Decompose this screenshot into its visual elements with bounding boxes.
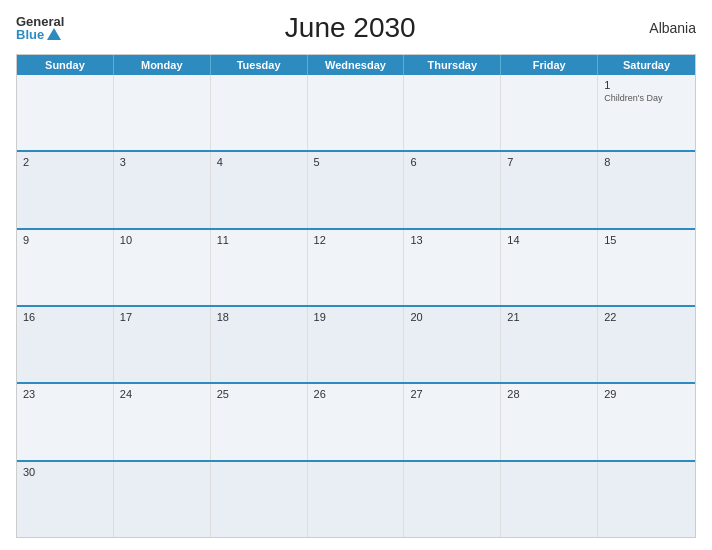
day-cell-w5-d1 (114, 462, 211, 537)
day-cell-w2-d0: 9 (17, 230, 114, 305)
day-number-21: 21 (507, 311, 591, 323)
day-cell-w5-d2 (211, 462, 308, 537)
day-number-24: 24 (120, 388, 204, 400)
week-row-2: 2345678 (17, 150, 695, 227)
day-cell-w1-d0: 2 (17, 152, 114, 227)
day-cell-w1-d3: 5 (308, 152, 405, 227)
day-number-26: 26 (314, 388, 398, 400)
calendar-title: June 2030 (64, 12, 636, 44)
day-number-13: 13 (410, 234, 494, 246)
day-cell-w0-d4 (404, 75, 501, 150)
header-wednesday: Wednesday (308, 55, 405, 75)
page: General Blue June 2030 Albania Sunday Mo… (0, 0, 712, 550)
day-number-11: 11 (217, 234, 301, 246)
day-cell-w4-d6: 29 (598, 384, 695, 459)
calendar-body: 1Children's Day2345678910111213141516171… (17, 75, 695, 537)
day-cell-w2-d5: 14 (501, 230, 598, 305)
day-cell-w1-d1: 3 (114, 152, 211, 227)
week-row-5: 23242526272829 (17, 382, 695, 459)
day-number-1: 1 (604, 79, 689, 91)
header-sunday: Sunday (17, 55, 114, 75)
day-number-7: 7 (507, 156, 591, 168)
day-number-3: 3 (120, 156, 204, 168)
header-tuesday: Tuesday (211, 55, 308, 75)
day-cell-w2-d4: 13 (404, 230, 501, 305)
day-cell-w4-d1: 24 (114, 384, 211, 459)
day-number-2: 2 (23, 156, 107, 168)
day-cell-w2-d1: 10 (114, 230, 211, 305)
day-cell-w5-d6 (598, 462, 695, 537)
day-cell-w5-d4 (404, 462, 501, 537)
week-row-6: 30 (17, 460, 695, 537)
day-cell-w0-d5 (501, 75, 598, 150)
day-number-19: 19 (314, 311, 398, 323)
day-cell-w0-d6: 1Children's Day (598, 75, 695, 150)
day-number-18: 18 (217, 311, 301, 323)
day-number-20: 20 (410, 311, 494, 323)
header-friday: Friday (501, 55, 598, 75)
header: General Blue June 2030 Albania (16, 12, 696, 44)
calendar-header: Sunday Monday Tuesday Wednesday Thursday… (17, 55, 695, 75)
header-monday: Monday (114, 55, 211, 75)
day-cell-w0-d3 (308, 75, 405, 150)
day-cell-w2-d2: 11 (211, 230, 308, 305)
country-label: Albania (636, 20, 696, 36)
day-cell-w3-d2: 18 (211, 307, 308, 382)
week-row-4: 16171819202122 (17, 305, 695, 382)
day-cell-w1-d6: 8 (598, 152, 695, 227)
header-saturday: Saturday (598, 55, 695, 75)
day-cell-w3-d0: 16 (17, 307, 114, 382)
day-number-27: 27 (410, 388, 494, 400)
day-cell-w3-d3: 19 (308, 307, 405, 382)
day-cell-w4-d3: 26 (308, 384, 405, 459)
day-cell-w1-d4: 6 (404, 152, 501, 227)
week-row-1: 1Children's Day (17, 75, 695, 150)
day-number-14: 14 (507, 234, 591, 246)
day-number-16: 16 (23, 311, 107, 323)
day-cell-w0-d0 (17, 75, 114, 150)
day-number-23: 23 (23, 388, 107, 400)
day-number-29: 29 (604, 388, 689, 400)
day-number-28: 28 (507, 388, 591, 400)
logo: General Blue (16, 15, 64, 41)
day-number-30: 30 (23, 466, 107, 478)
day-number-12: 12 (314, 234, 398, 246)
day-number-8: 8 (604, 156, 689, 168)
day-cell-w1-d2: 4 (211, 152, 308, 227)
calendar: Sunday Monday Tuesday Wednesday Thursday… (16, 54, 696, 538)
day-cell-w5-d0: 30 (17, 462, 114, 537)
day-number-9: 9 (23, 234, 107, 246)
day-cell-w3-d1: 17 (114, 307, 211, 382)
day-cell-w2-d3: 12 (308, 230, 405, 305)
logo-triangle-icon (47, 28, 61, 40)
logo-blue-text: Blue (16, 28, 64, 41)
day-number-25: 25 (217, 388, 301, 400)
day-cell-w0-d1 (114, 75, 211, 150)
day-cell-w4-d4: 27 (404, 384, 501, 459)
day-cell-w3-d5: 21 (501, 307, 598, 382)
day-number-22: 22 (604, 311, 689, 323)
day-number-17: 17 (120, 311, 204, 323)
day-cell-w4-d2: 25 (211, 384, 308, 459)
week-row-3: 9101112131415 (17, 228, 695, 305)
day-event-1: Children's Day (604, 93, 689, 103)
day-cell-w2-d6: 15 (598, 230, 695, 305)
day-number-4: 4 (217, 156, 301, 168)
day-number-15: 15 (604, 234, 689, 246)
day-number-5: 5 (314, 156, 398, 168)
day-cell-w1-d5: 7 (501, 152, 598, 227)
day-cell-w4-d5: 28 (501, 384, 598, 459)
day-cell-w3-d6: 22 (598, 307, 695, 382)
day-cell-w3-d4: 20 (404, 307, 501, 382)
day-cell-w4-d0: 23 (17, 384, 114, 459)
day-number-10: 10 (120, 234, 204, 246)
day-cell-w5-d5 (501, 462, 598, 537)
header-thursday: Thursday (404, 55, 501, 75)
day-cell-w0-d2 (211, 75, 308, 150)
day-cell-w5-d3 (308, 462, 405, 537)
day-number-6: 6 (410, 156, 494, 168)
